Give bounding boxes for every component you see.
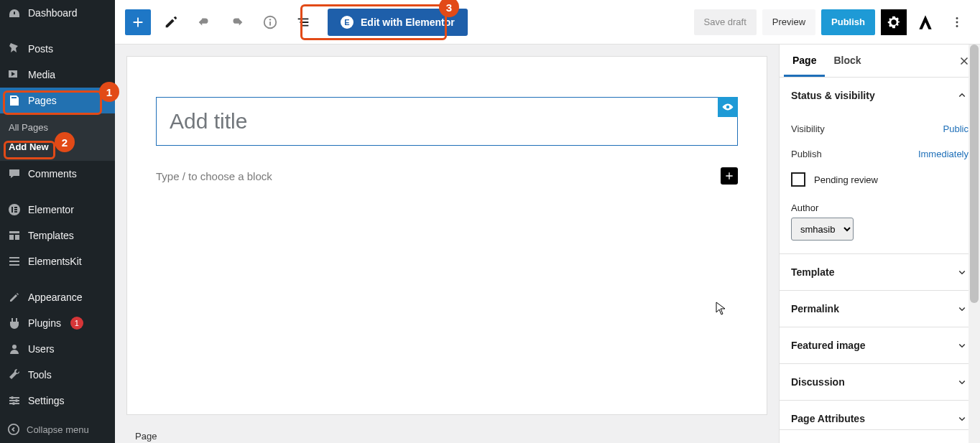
- outline-icon: [295, 14, 311, 30]
- plugins-icon: [7, 316, 22, 330]
- section-header-attributes[interactable]: Page Attributes: [780, 401, 980, 429]
- edit-mode-button[interactable]: [158, 9, 184, 35]
- save-draft-button[interactable]: Save draft: [694, 9, 757, 35]
- sidebar-item-label: Users: [28, 343, 55, 355]
- elementor-logo-icon: E: [341, 16, 353, 29]
- preview-button[interactable]: Preview: [762, 9, 815, 35]
- editor-canvas[interactable]: Type / to choose a block Page: [115, 45, 779, 443]
- sidebar-item-label: Appearance: [28, 292, 83, 303]
- svg-point-13: [956, 17, 958, 19]
- section-header-discussion[interactable]: Discussion: [780, 364, 980, 400]
- section-title: Template: [791, 266, 834, 278]
- submenu-all-pages[interactable]: All Pages: [0, 118, 57, 137]
- add-block-button[interactable]: [125, 9, 151, 35]
- plus-icon: [130, 14, 146, 30]
- sidebar-item-settings[interactable]: Settings: [0, 388, 115, 414]
- sidebar-item-label: Posts: [28, 43, 53, 55]
- templates-icon: [7, 228, 22, 243]
- svg-rect-12: [269, 22, 271, 26]
- redo-button[interactable]: [224, 9, 250, 35]
- redo-icon: [229, 14, 245, 30]
- sidebar-item-plugins[interactable]: Plugins 1: [0, 310, 115, 336]
- visibility-toggle[interactable]: [718, 97, 738, 117]
- info-icon: [262, 14, 278, 30]
- dashboard-icon: [7, 6, 22, 20]
- outline-button[interactable]: [290, 9, 316, 35]
- sidebar-item-dashboard[interactable]: Dashboard: [0, 0, 115, 26]
- elementor-button-label: Edit with Elementor: [361, 17, 455, 28]
- scrollbar-thumb[interactable]: [970, 45, 979, 303]
- section-page-attributes: Page Attributes: [780, 401, 980, 430]
- publish-value[interactable]: Immediately: [918, 149, 969, 159]
- sidebar-item-label: Elementor: [28, 204, 74, 215]
- sidebar-item-templates[interactable]: Templates: [0, 223, 115, 248]
- more-options-button[interactable]: [944, 9, 970, 35]
- svg-point-7: [15, 399, 18, 402]
- editor-area: Type / to choose a block Page Page Block: [115, 45, 980, 443]
- plugins-update-badge: 1: [70, 317, 83, 330]
- sidebar-item-comments[interactable]: Comments: [0, 161, 115, 187]
- submenu-add-new[interactable]: Add New: [0, 137, 57, 157]
- title-field-wrapper: [156, 97, 738, 146]
- sidebar-item-elementskit[interactable]: ElementsKit: [0, 248, 115, 274]
- title-input[interactable]: [170, 109, 724, 134]
- add-block-inline-button[interactable]: [721, 167, 738, 185]
- sidebar-item-appearance[interactable]: Appearance: [0, 284, 115, 310]
- pages-icon: [7, 93, 22, 108]
- sidebar-item-posts[interactable]: Posts: [0, 36, 115, 62]
- chevron-up-icon: [956, 89, 969, 102]
- info-button[interactable]: [257, 9, 283, 35]
- annotation-badge-1: 1: [99, 82, 119, 102]
- sidebar-item-media[interactable]: Media: [0, 62, 115, 88]
- svg-point-8: [12, 402, 15, 405]
- section-header-template[interactable]: Template: [780, 254, 980, 290]
- page-type-label: Page: [135, 431, 157, 442]
- sidebar-item-elementor[interactable]: Elementor: [0, 197, 115, 223]
- sidebar-item-label: Templates: [28, 230, 74, 241]
- undo-icon: [196, 14, 212, 30]
- elementor-icon: [7, 202, 22, 217]
- sidebar-item-label: Media: [28, 69, 55, 80]
- sidebar-item-tools[interactable]: Tools: [0, 362, 115, 388]
- svg-point-6: [11, 396, 14, 399]
- save-draft-label: Save draft: [704, 17, 746, 27]
- main-area: E Edit with Elementor Save draft Preview…: [115, 0, 980, 443]
- sidebar-item-users[interactable]: Users: [0, 336, 115, 362]
- vertical-scrollbar[interactable]: [969, 45, 980, 443]
- section-discussion: Discussion: [780, 364, 980, 401]
- theme-button[interactable]: [912, 9, 938, 35]
- collapse-menu[interactable]: Collapse menu: [0, 416, 115, 443]
- chevron-down-icon: [956, 266, 969, 279]
- section-header-featured[interactable]: Featured image: [780, 327, 980, 363]
- svg-point-11: [269, 19, 271, 20]
- svg-point-14: [956, 21, 958, 23]
- section-title: Page Attributes: [791, 413, 865, 424]
- astra-icon: [916, 13, 935, 32]
- sidebar-item-label: Pages: [28, 95, 57, 106]
- tools-icon: [7, 368, 22, 382]
- settings-icon: [7, 393, 22, 408]
- undo-button[interactable]: [191, 9, 217, 35]
- sidebar-item-pages[interactable]: Pages: [0, 88, 115, 113]
- sidebar-item-label: Tools: [28, 369, 52, 381]
- section-header-permalink[interactable]: Permalink: [780, 291, 980, 327]
- body-placeholder[interactable]: Type / to choose a block: [156, 170, 721, 182]
- visibility-value[interactable]: Public: [943, 123, 969, 134]
- section-title: Featured image: [791, 340, 865, 351]
- section-header-status[interactable]: Status & visibility: [780, 78, 980, 113]
- svg-point-15: [956, 25, 958, 27]
- author-select[interactable]: smhasib: [791, 218, 854, 241]
- author-field: Author smhasib: [791, 202, 969, 241]
- tab-page[interactable]: Page: [784, 45, 825, 77]
- panel-tabs: Page Block: [780, 45, 980, 78]
- section-title: Permalink: [791, 303, 839, 314]
- app-root: Dashboard Posts Media Pages All Pages Ad…: [0, 0, 980, 443]
- publish-button[interactable]: Publish: [821, 9, 875, 35]
- tab-block[interactable]: Block: [825, 45, 869, 77]
- svg-point-5: [12, 345, 17, 349]
- admin-sidebar: Dashboard Posts Media Pages All Pages Ad…: [0, 0, 115, 443]
- pending-review-checkbox[interactable]: Pending review: [791, 167, 969, 192]
- publish-label: Publish: [831, 17, 865, 27]
- settings-toggle-button[interactable]: [881, 9, 907, 35]
- pencil-icon: [163, 14, 179, 30]
